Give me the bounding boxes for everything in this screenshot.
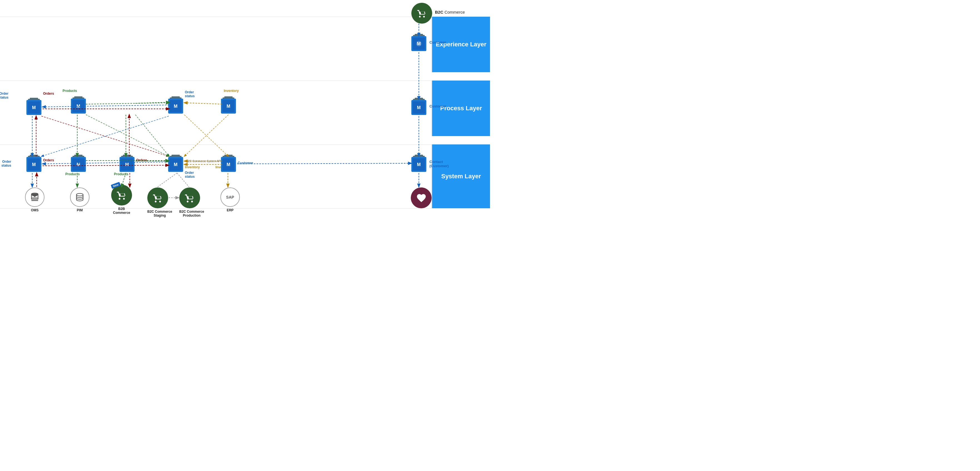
svg-text:M: M bbox=[125, 162, 129, 167]
svg-text:M: M bbox=[76, 104, 80, 109]
svg-text:M: M bbox=[226, 104, 230, 109]
sys-b2c-order-status-label: Order status bbox=[185, 171, 194, 179]
svg-text:M: M bbox=[32, 162, 36, 167]
b2c-top-label: B2C Commerce bbox=[435, 10, 465, 14]
svg-text:M: M bbox=[174, 104, 177, 109]
separator-proc-sys bbox=[0, 144, 432, 145]
sys-erp-customer-label: Customer bbox=[238, 161, 253, 165]
sys-b2c-inventory1-label: Inventory bbox=[185, 165, 200, 169]
svg-line-37 bbox=[86, 103, 169, 104]
process-layer-band: Process Layer bbox=[432, 81, 490, 136]
sys-customer-label: Contact(Customer) bbox=[430, 160, 449, 168]
proc-customer-label: Customer bbox=[430, 104, 446, 108]
b2c-prod-circle: B2C CommerceProduction bbox=[179, 187, 204, 218]
b2c-prod-label: B2C CommerceProduction bbox=[179, 210, 204, 218]
svg-line-31 bbox=[158, 173, 177, 187]
svg-text:M: M bbox=[174, 162, 177, 167]
separator-top bbox=[0, 17, 432, 17]
system-layer-label: System Layer bbox=[441, 173, 481, 181]
sys-b2b-orders-label: Orders bbox=[136, 158, 147, 162]
proc-b2c-order-status-label: Orderstatus bbox=[185, 90, 194, 98]
svg-line-48 bbox=[41, 116, 169, 156]
svg-line-40 bbox=[43, 162, 169, 164]
svg-text:M: M bbox=[417, 41, 420, 46]
system-layer-band: System Layer bbox=[432, 144, 490, 208]
svg-text:M: M bbox=[76, 162, 80, 167]
proc-oms-mule-wrapper: M Orderstatus Orders bbox=[26, 100, 41, 115]
proc-pim-products-label: Products bbox=[62, 89, 77, 93]
separator-exp-proc bbox=[0, 81, 432, 81]
exp-customer-mule-wrapper: M Customer bbox=[411, 36, 426, 51]
svg-line-47 bbox=[41, 116, 169, 156]
sys-oms-order-status-label: Orderstatus bbox=[2, 160, 11, 168]
b2c-staging-label: B2C CommerceStaging bbox=[147, 210, 172, 218]
sys-pim-products-label: Products bbox=[65, 172, 80, 176]
process-layer-label: Process Layer bbox=[440, 105, 482, 113]
svg-line-39 bbox=[184, 103, 222, 104]
sys-b2b-products-label: Products bbox=[114, 172, 129, 176]
b2b-label: B2BCommerce bbox=[111, 207, 132, 215]
experience-layer-band: Experience Layer bbox=[432, 17, 490, 72]
svg-point-16 bbox=[76, 193, 83, 196]
oms-circle: OMS bbox=[25, 187, 45, 212]
b2b-circle: New B2BCommerce bbox=[111, 185, 132, 215]
erp-circle: SAP ERP bbox=[220, 187, 240, 212]
api-label: B2C Commerce System API bbox=[186, 160, 221, 163]
svg-line-50 bbox=[135, 115, 169, 156]
svg-line-52 bbox=[184, 115, 229, 156]
svg-line-46 bbox=[237, 163, 411, 164]
svg-text:M: M bbox=[32, 105, 36, 110]
proc-inventory-label: Inventory bbox=[224, 89, 239, 93]
svg-line-38 bbox=[135, 102, 169, 103]
svg-line-41 bbox=[43, 165, 169, 166]
proc-oms-orders-label: Orders bbox=[43, 92, 54, 95]
svg-line-51 bbox=[184, 115, 229, 156]
svg-line-35 bbox=[43, 105, 169, 107]
proc-oms-order-status-label: Orderstatus bbox=[0, 92, 8, 100]
erp-label: ERP bbox=[220, 208, 240, 212]
exp-customer-label: Customer bbox=[430, 40, 446, 44]
pim-label: PIM bbox=[70, 208, 89, 212]
svg-text:M: M bbox=[417, 105, 420, 110]
b2c-staging-circle: B2C CommerceStaging bbox=[147, 187, 172, 218]
pim-circle: PIM bbox=[70, 187, 89, 212]
svg-text:M: M bbox=[417, 162, 420, 167]
svg-line-49 bbox=[86, 115, 169, 156]
oms-label: OMS bbox=[25, 208, 45, 212]
svg-text:M: M bbox=[226, 162, 230, 167]
separator-bottom bbox=[0, 208, 432, 209]
sys-oms-orders-label: Orders bbox=[43, 158, 54, 162]
sfmc-circle bbox=[411, 187, 432, 208]
